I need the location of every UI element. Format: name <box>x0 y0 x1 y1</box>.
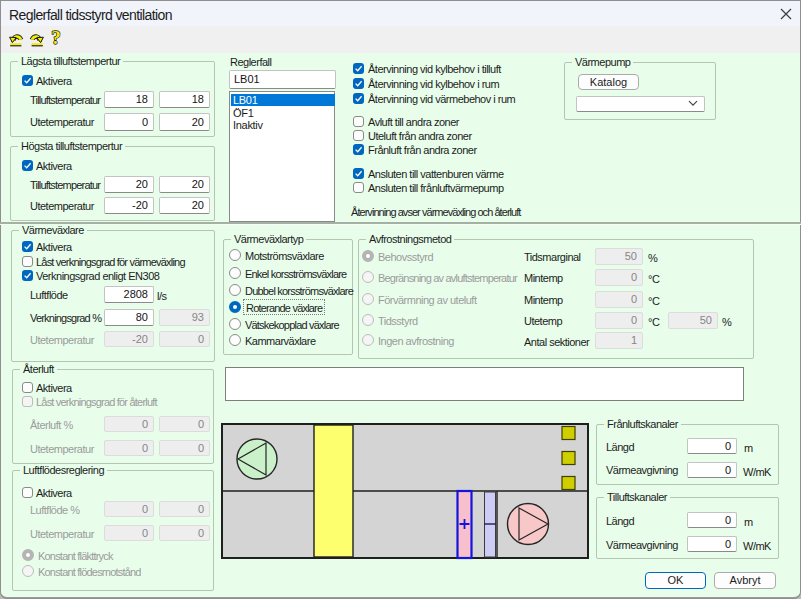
svg-text:?: ? <box>51 30 61 48</box>
